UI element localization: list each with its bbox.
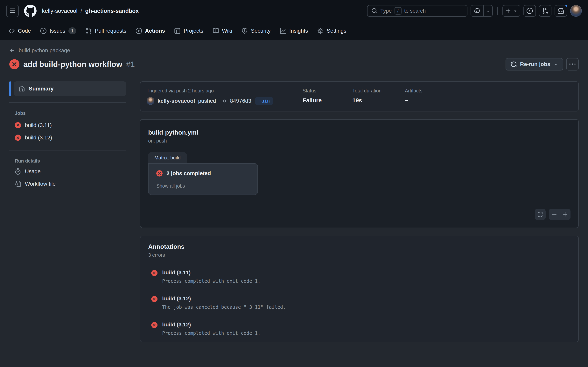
sidebar-item-usage[interactable]: Usage [9, 165, 126, 178]
actor-link[interactable]: kelly-sovacool [157, 98, 195, 104]
zoom-out-button[interactable] [549, 209, 560, 220]
x-circle-fill-icon [151, 296, 157, 302]
tab-actions[interactable]: Actions [132, 22, 169, 40]
artifacts-label: Artifacts [405, 88, 572, 94]
pull-requests-dashboard-button[interactable] [539, 5, 552, 17]
tab-label: Wiki [222, 28, 232, 34]
tab-issues[interactable]: Issues 1 [36, 22, 80, 40]
sync-icon [510, 61, 517, 67]
tab-label: Actions [145, 28, 165, 34]
tab-projects[interactable]: Projects [170, 22, 207, 40]
sidebar-item-summary[interactable]: Summary [14, 81, 126, 96]
hamburger-menu-button[interactable] [6, 5, 19, 17]
code-icon [9, 28, 15, 34]
copilot-dropdown-button[interactable] [483, 5, 492, 16]
actor-avatar[interactable] [147, 97, 154, 105]
run-options-kebab-button[interactable] [566, 58, 579, 70]
trigger-column: Triggered via push 2 hours ago kelly-sov… [147, 88, 303, 105]
tab-insights[interactable]: Insights [276, 22, 312, 40]
tab-settings[interactable]: Settings [313, 22, 350, 40]
gear-icon [317, 28, 324, 34]
matrix-group: Matrix: build 2 jobs completed Show all … [148, 152, 258, 195]
home-icon [19, 86, 25, 92]
tab-label: Settings [327, 28, 346, 34]
annotations-header: Annotations 3 errors [140, 236, 578, 260]
show-all-jobs-link[interactable]: Show all jobs [156, 183, 250, 189]
annotation-job-link[interactable]: build (3.12) [162, 322, 260, 328]
run-title-row: add build-python workflow #1 Re-run jobs [9, 58, 579, 70]
trigger-text: Triggered via push 2 hours ago [147, 88, 303, 94]
workflow-name: build python package [19, 47, 70, 54]
run-main-column: Triggered via push 2 hours ago kelly-sov… [140, 81, 579, 342]
tab-label: Security [251, 28, 270, 34]
back-to-workflow-link[interactable]: build python package [9, 47, 70, 54]
table-icon [174, 28, 181, 34]
annotation-body: build (3.11) Process completed with exit… [162, 269, 260, 284]
annotation-body: build (3.12) Process completed with exit… [162, 322, 260, 336]
copilot-button[interactable] [471, 5, 483, 16]
breadcrumb-repo[interactable]: gh-actions-sandbox [85, 8, 139, 14]
workflow-graph-card: build-python.yml on: push Matrix: build … [140, 119, 579, 228]
sidebar-item-workflow-file[interactable]: Workflow file [9, 178, 126, 190]
tab-pull-requests[interactable]: Pull requests [82, 22, 130, 40]
x-circle-fill-icon [15, 134, 21, 141]
workflow-file-name: build-python.yml [148, 129, 571, 136]
tab-label: Projects [183, 28, 203, 34]
matrix-jobs-node[interactable]: 2 jobs completed Show all jobs [148, 163, 258, 195]
jobs-list: build (3.11) build (3.12) [9, 119, 126, 144]
sidebar-job-build-3-11[interactable]: build (3.11) [9, 119, 126, 132]
tab-code[interactable]: Code [5, 22, 35, 40]
tab-wiki[interactable]: Wiki [209, 22, 236, 40]
page-title: add build-python workflow [23, 60, 122, 69]
git-pull-request-icon [86, 28, 92, 34]
search-icon [372, 8, 378, 14]
workflow-trigger: on: push [148, 138, 571, 144]
duration-value: 19s [352, 97, 405, 104]
issues-dashboard-button[interactable] [523, 5, 536, 17]
search-input[interactable]: Type / to search [367, 5, 467, 17]
issue-opened-icon [40, 28, 46, 34]
annotation-job-link[interactable]: build (3.12) [162, 296, 286, 302]
commit-sha-link[interactable]: 84976d3 [230, 98, 251, 104]
active-item-accent-bar [9, 81, 11, 96]
x-circle-fill-icon [156, 170, 163, 176]
fullscreen-button[interactable] [535, 209, 546, 220]
global-navbar: kelly-sovacool / gh-actions-sandbox Type… [0, 0, 588, 22]
x-circle-fill-icon [151, 270, 157, 276]
graph-icon [280, 28, 286, 34]
github-logo[interactable] [24, 5, 36, 17]
annotation-message: The job was canceled because "_3_11" fai… [162, 304, 286, 310]
create-new-button[interactable] [502, 5, 520, 17]
annotation-row: build (3.11) Process completed with exit… [140, 264, 578, 290]
dash-icon [551, 211, 557, 217]
branch-badge[interactable]: main [255, 97, 273, 105]
slash-key-hint: / [395, 7, 402, 15]
tab-label: Issues [50, 28, 65, 34]
notifications-inbox-button[interactable] [554, 5, 567, 17]
chevron-down-icon [513, 8, 518, 13]
rerun-jobs-button[interactable]: Re-run jobs [506, 58, 563, 70]
search-placeholder-suffix: to search [404, 8, 426, 14]
annotation-row: build (3.12) The job was canceled becaus… [140, 290, 578, 316]
annotations-count: 3 errors [148, 252, 571, 258]
tab-label: Code [18, 28, 31, 34]
artifacts-column: Artifacts – [405, 88, 572, 105]
play-icon [136, 28, 142, 34]
annotation-job-link[interactable]: build (3.11) [162, 269, 260, 276]
navbar-left: kelly-sovacool / gh-actions-sandbox [6, 5, 139, 17]
annotations-card: Annotations 3 errors build (3.11) Proces… [140, 236, 579, 342]
zoom-control-group [549, 209, 571, 220]
book-icon [213, 28, 219, 34]
run-details-section-header: Run details [9, 157, 126, 165]
breadcrumb-owner[interactable]: kelly-sovacool [42, 8, 78, 14]
tab-security[interactable]: Security [238, 22, 274, 40]
annotations-list: build (3.11) Process completed with exit… [140, 264, 578, 342]
git-pull-request-icon [542, 8, 548, 14]
run-actions: Re-run jobs [506, 58, 579, 70]
sidebar-job-build-3-12[interactable]: build (3.12) [9, 132, 126, 144]
artifacts-value: – [405, 97, 572, 104]
zoom-in-button[interactable] [560, 209, 571, 220]
annotation-message: Process completed with exit code 1. [162, 331, 260, 336]
run-number: #1 [126, 60, 135, 69]
user-avatar[interactable] [570, 5, 582, 17]
